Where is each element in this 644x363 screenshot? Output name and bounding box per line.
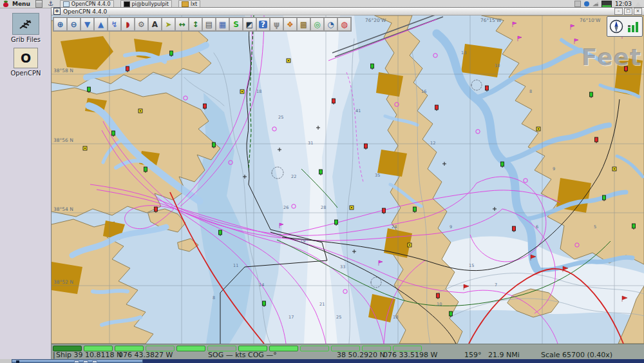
svg-text:26: 26: [283, 205, 289, 210]
svg-text:25: 25: [336, 315, 341, 320]
statusbar: | Ship 39 10.8118 N 076 43.3827 W SOG — …: [52, 344, 644, 360]
grib-files-icon: [12, 13, 39, 35]
svg-text:76°10'W: 76°10'W: [580, 17, 601, 23]
background-minimize-button[interactable]: [74, 360, 79, 363]
taskbar-window-opencpn[interactable]: OpenCPN 4.4.0: [60, 0, 114, 8]
svg-text:12: 12: [430, 141, 435, 146]
svg-text:8: 8: [529, 89, 532, 94]
updates-icon[interactable]: [574, 1, 581, 7]
mob-icon: ◍: [341, 21, 347, 28]
system-tray: 12:03: [574, 1, 641, 8]
desktop-icon-label: OpenCPN: [1, 70, 51, 77]
cpu-monitor-icon[interactable]: [601, 1, 612, 8]
close-button[interactable]: ×: [634, 8, 642, 15]
terminal-icon: [16, 360, 19, 363]
svg-text:14: 14: [259, 282, 264, 288]
svg-text:38°54 N: 38°54 N: [53, 206, 73, 212]
zoom-in-icon: ⊕: [57, 21, 63, 28]
zoom-in-button[interactable]: ⊕: [53, 17, 67, 31]
ship-longitude: 076 43.3827 W: [118, 351, 173, 359]
svg-text:13: 13: [461, 50, 466, 55]
file-manager-icon[interactable]: [35, 0, 43, 8]
terminal-titlebar-fragment[interactable]: [12, 359, 143, 363]
folder-window-icon: [182, 1, 189, 7]
taskbar-window-terminal[interactable]: pi@bullypulpit: [120, 0, 172, 8]
taskbar-window-folder[interactable]: lxt: [178, 0, 200, 8]
scale-in-button[interactable]: ▲: [94, 17, 108, 31]
tides-currents-button[interactable]: ↕: [189, 17, 202, 31]
print-icon: ▤: [205, 21, 213, 28]
anchor-icon[interactable]: ⚓: [48, 1, 53, 7]
options-button[interactable]: ⚙: [135, 17, 148, 31]
plugins-button[interactable]: ❖: [283, 17, 297, 31]
zoom-out-button[interactable]: ⊖: [67, 17, 80, 31]
svg-text:31: 31: [308, 141, 313, 146]
desktop-icon-label: Grib Files: [1, 36, 51, 43]
route-manager-button[interactable]: ▦: [216, 17, 229, 31]
chart-scale: Scale 65700 (0.40x): [541, 351, 612, 359]
svg-text:38°52 N: 38°52 N: [53, 279, 73, 285]
background-maximize-button[interactable]: [83, 360, 88, 363]
bluetooth-icon[interactable]: [584, 1, 589, 6]
desktop-icon-opencpn[interactable]: O OpenCPN: [1, 48, 51, 77]
svg-text:10: 10: [437, 302, 442, 307]
svg-text:17: 17: [289, 315, 294, 320]
route-manager-icon: ▦: [219, 21, 226, 28]
svg-text:21: 21: [319, 302, 325, 307]
volume-icon[interactable]: [592, 2, 598, 6]
svg-text:7: 7: [495, 282, 497, 288]
svg-text:6: 6: [536, 224, 538, 230]
grib-overlay-button[interactable]: ◎: [310, 17, 324, 31]
create-route-button[interactable]: ↯: [108, 17, 121, 31]
chart-key[interactable]: [176, 346, 205, 351]
raspberry-menu-icon[interactable]: [2, 1, 10, 8]
chart-key[interactable]: [300, 346, 329, 351]
svg-text:10: 10: [495, 63, 500, 68]
auto-follow-button[interactable]: ◗: [121, 17, 135, 31]
color-scheme-icon: ◩: [246, 21, 253, 28]
color-scheme-button[interactable]: ◩: [243, 17, 256, 31]
svg-text:18: 18: [393, 315, 398, 320]
scale-in-icon: ▲: [98, 21, 104, 28]
svg-text:76°20'W: 76°20'W: [365, 17, 386, 23]
opencpn-titlebar-icon: o: [53, 8, 61, 15]
svg-text:19: 19: [300, 239, 305, 244]
svg-text:28: 28: [321, 205, 326, 210]
desktop-icon-grib-files[interactable]: Grib Files: [1, 13, 51, 43]
cursor-longitude: 076 33.5198 W: [383, 351, 437, 359]
opencpn-logo-icon: O: [14, 48, 38, 68]
chart-window-icon: [63, 1, 70, 7]
compass-rose-icon: [609, 19, 623, 34]
cursor-latitude: 38 50.2920 N: [337, 351, 385, 359]
print-button[interactable]: ▤: [202, 17, 216, 31]
menu-button[interactable]: Menu: [12, 1, 30, 7]
measure-button[interactable]: ↔: [175, 17, 189, 31]
create-route-icon: ↯: [111, 21, 117, 28]
plugins-icon: ❖: [287, 21, 294, 28]
svg-text:9: 9: [450, 224, 452, 230]
svg-text:9: 9: [553, 166, 555, 172]
tides-currents-icon: ↕: [192, 21, 198, 28]
background-close-button[interactable]: [92, 360, 97, 363]
mob-button[interactable]: ◍: [337, 17, 351, 31]
scale-out-button[interactable]: ▼: [80, 17, 94, 31]
ais-targets-icon: ➤: [165, 21, 171, 28]
tracks-button[interactable]: S: [229, 17, 243, 31]
gps-compass-widget[interactable]: [607, 16, 643, 37]
measure-icon: ↔: [178, 21, 185, 28]
statusbar-grip[interactable]: |: [53, 351, 55, 359]
maximize-button[interactable]: □: [624, 8, 632, 15]
ship-position: Ship 39 10.8118 N: [56, 351, 122, 359]
dashboard-button[interactable]: ◔: [324, 17, 337, 31]
help-button[interactable]: ?: [256, 17, 270, 31]
svg-text:25: 25: [278, 115, 283, 120]
window-titlebar[interactable]: o OpenCPN 4.4.0 – □ ×: [52, 8, 644, 15]
ais-radio-button[interactable]: ψ: [270, 17, 283, 31]
minimize-button[interactable]: –: [614, 8, 623, 15]
ais-targets-button[interactable]: ➤: [162, 17, 175, 31]
eject-icon[interactable]: [635, 2, 641, 6]
sog-readout: SOG — kts: [208, 351, 246, 359]
chart-downloader-button[interactable]: ▩: [297, 17, 310, 31]
chart-canvas[interactable]: 1825312228193341352412915118141076951310…: [52, 15, 644, 344]
show-chart-text-button[interactable]: A: [148, 17, 162, 31]
